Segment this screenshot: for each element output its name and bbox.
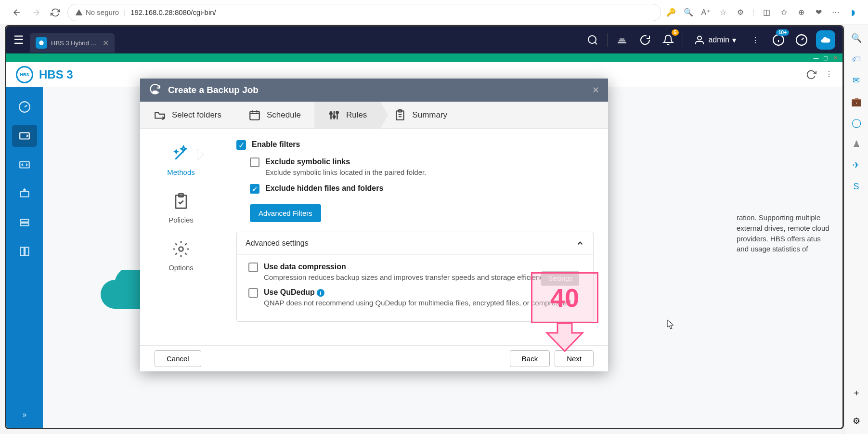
favorites-bar-icon[interactable]: ✩ xyxy=(778,7,789,18)
url-text: 192.168.0.28:8080/cgi-bin/ xyxy=(130,8,216,16)
svg-point-17 xyxy=(336,111,338,113)
exclude-symlinks-checkbox[interactable] xyxy=(250,158,259,167)
search-icon[interactable]: 🔍 xyxy=(851,32,862,44)
performance-icon[interactable]: ❤ xyxy=(813,7,824,18)
telegram-icon[interactable]: ✈ xyxy=(851,159,862,171)
side-methods[interactable]: Methods xyxy=(167,143,195,176)
nav-sync[interactable] xyxy=(12,154,37,176)
qudedup-desc: QNAP does not recommend using QuDedup fo… xyxy=(264,299,571,307)
read-aloud-icon[interactable]: A⁺ xyxy=(700,7,711,18)
copilot-icon[interactable]: ◯ xyxy=(851,117,862,129)
svg-rect-10 xyxy=(20,223,28,225)
qudedup-checkbox[interactable] xyxy=(248,288,258,298)
notif-badge: 5 xyxy=(672,29,679,36)
tab-select-folders[interactable]: Select folders xyxy=(140,102,235,128)
svg-rect-11 xyxy=(20,247,24,255)
enable-filters-label: Enable filters xyxy=(252,140,300,149)
outlook-icon[interactable]: ✉ xyxy=(851,75,862,86)
forward-button[interactable] xyxy=(29,5,43,20)
url-separator: | xyxy=(124,8,126,16)
collections-icon[interactable]: ⊕ xyxy=(796,7,806,18)
minimize-icon[interactable]: — xyxy=(813,54,819,61)
folder-icon xyxy=(154,109,166,121)
modal-close-icon[interactable]: ✕ xyxy=(592,85,599,95)
help-icon[interactable]: 10+ xyxy=(770,31,787,49)
advanced-settings-body: Use data compression Compression reduces… xyxy=(237,255,593,321)
split-icon[interactable]: ◫ xyxy=(761,7,772,18)
tab-rules[interactable]: Rules xyxy=(314,102,380,128)
favorite-icon[interactable]: ☆ xyxy=(718,7,728,18)
tab-close-icon[interactable]: ✕ xyxy=(103,39,109,48)
info-icon[interactable]: i xyxy=(317,289,324,297)
sliders-icon xyxy=(328,109,340,121)
profile-icon[interactable]: ◗ xyxy=(848,7,858,18)
bg-description: ration. Supporting multiple external dri… xyxy=(737,212,833,254)
search-icon[interactable] xyxy=(584,31,601,49)
side-policies[interactable]: Policies xyxy=(168,191,194,224)
side-label: Methods xyxy=(167,168,195,176)
tab-title: HBS 3 Hybrid … xyxy=(51,39,97,47)
nav-logs[interactable] xyxy=(12,240,37,263)
backup-status-icon[interactable] xyxy=(636,31,654,49)
add-icon[interactable]: ＋ xyxy=(851,387,862,398)
svg-rect-13 xyxy=(153,91,157,93)
nav-backup[interactable] xyxy=(12,125,37,147)
advanced-filters-button[interactable]: Advanced Filters xyxy=(250,204,321,222)
user-menu[interactable]: admin ▾ xyxy=(689,34,741,46)
main-menu-icon[interactable]: ☰ xyxy=(13,33,24,47)
nav-restore[interactable] xyxy=(12,183,37,205)
tab-summary[interactable]: Summary xyxy=(380,102,461,128)
close-icon[interactable]: ✕ xyxy=(832,54,839,61)
dashboard-icon[interactable] xyxy=(793,31,810,49)
volume-icon[interactable] xyxy=(613,31,631,49)
nav-overview[interactable] xyxy=(12,96,37,118)
compression-checkbox[interactable] xyxy=(248,263,258,272)
enable-filters-row: ✓ Enable filters xyxy=(236,140,594,150)
security-indicator: No seguro xyxy=(75,8,119,16)
next-button[interactable]: Next xyxy=(555,350,594,367)
expand-nav-icon[interactable]: » xyxy=(23,410,27,419)
settings-icon[interactable]: ⚙ xyxy=(851,415,862,427)
zoom-icon[interactable]: 🔍 xyxy=(683,7,694,18)
cloud-button[interactable] xyxy=(816,30,835,50)
modal-body: Methods Policies Options ✓ Enable filter… xyxy=(140,129,608,345)
tag-icon[interactable]: 🏷 xyxy=(851,53,862,65)
extensions-icon[interactable]: ⚙ xyxy=(735,7,746,18)
menu-vert-icon[interactable]: ⋮ xyxy=(825,69,833,80)
tab-label: Summary xyxy=(412,110,447,120)
cancel-button[interactable]: Cancel xyxy=(155,350,201,367)
exclude-hidden-checkbox[interactable]: ✓ xyxy=(250,184,259,194)
create-backup-modal: Create a Backup Job ✕ Select folders Sch… xyxy=(140,79,608,371)
reload-button[interactable] xyxy=(48,5,63,20)
app-tab[interactable]: HBS 3 Hybrid … ✕ xyxy=(30,33,115,53)
more-icon[interactable]: ⋯ xyxy=(830,7,841,18)
chess-icon[interactable]: ♟ xyxy=(851,138,862,150)
back-button[interactable]: Back xyxy=(510,350,550,367)
address-bar[interactable]: No seguro | 192.168.0.28:8080/cgi-bin/ xyxy=(67,4,661,21)
qudedup-label: Use QuDedupi xyxy=(264,288,571,297)
wizard-tabs: Select folders Schedule Rules Summary xyxy=(140,102,608,129)
qudedup-row: Use QuDedupi QNAP does not recommend usi… xyxy=(248,288,582,307)
briefcase-icon[interactable]: 💼 xyxy=(851,96,862,107)
maximize-icon[interactable]: ▢ xyxy=(822,54,829,61)
back-button[interactable] xyxy=(10,5,24,20)
modal-footer: Cancel Back Next xyxy=(140,345,608,371)
enable-filters-checkbox[interactable]: ✓ xyxy=(236,140,246,150)
skype-icon[interactable]: S xyxy=(851,181,862,192)
chevron-up-icon xyxy=(576,239,584,248)
svg-rect-9 xyxy=(20,220,28,222)
compression-row: Use data compression Compression reduces… xyxy=(248,263,582,281)
section-title: Advanced settings xyxy=(246,239,309,248)
nav-storage[interactable] xyxy=(12,211,37,234)
clipboard-check-icon xyxy=(170,191,192,212)
tab-schedule[interactable]: Schedule xyxy=(235,102,314,128)
notifications-icon[interactable]: 5 xyxy=(660,31,677,49)
browser-sidebar: 🔍 🏷 ✉ 💼 ◯ ♟ ✈ S ＋ ⚙ xyxy=(844,25,868,434)
backup-job-icon xyxy=(149,84,161,96)
side-options[interactable]: Options xyxy=(168,238,194,272)
refresh-icon[interactable] xyxy=(806,69,816,80)
more-vert-icon[interactable]: ⋮ xyxy=(747,31,764,49)
svg-point-1 xyxy=(588,36,596,43)
advanced-settings-header[interactable]: Advanced settings xyxy=(237,232,593,255)
key-icon[interactable]: 🔑 xyxy=(666,7,676,18)
